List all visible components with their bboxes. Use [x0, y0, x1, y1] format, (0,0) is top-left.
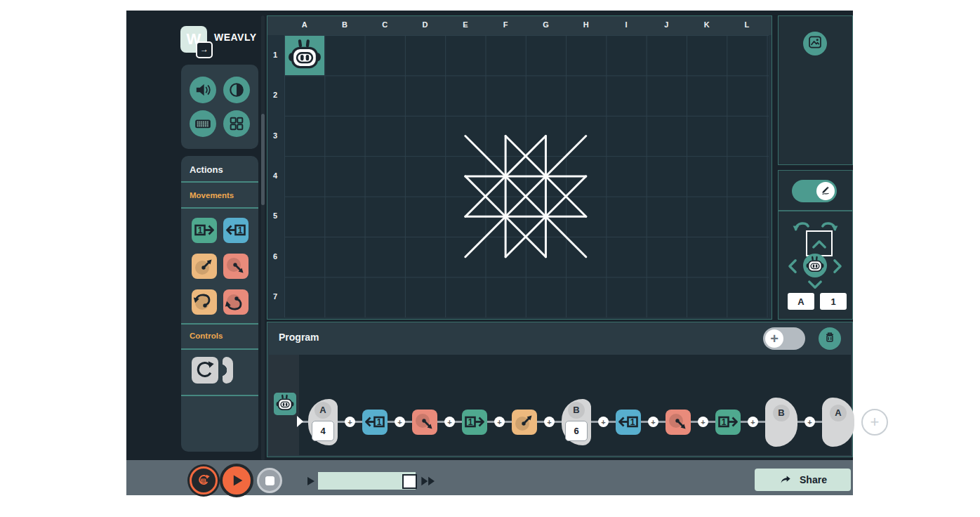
program-loop-end-B[interactable]: B: [765, 398, 797, 447]
chevron-down-icon[interactable]: [805, 279, 825, 292]
theme-contrast-button[interactable]: [223, 77, 250, 103]
scene-image-button[interactable]: [803, 32, 827, 55]
move-up-button-selected[interactable]: [806, 230, 833, 256]
speaker-icon: [192, 79, 213, 100]
add-node-connector[interactable]: +: [698, 417, 708, 427]
pen-toggle[interactable]: [792, 180, 837, 202]
scene-canvas: ABCDEFGHIJKL 1234567: [267, 15, 772, 320]
fast-forward-icon: [420, 476, 438, 487]
divider: [181, 395, 258, 396]
program-step-backward1[interactable]: 1: [616, 410, 641, 435]
scrollbar-thumb[interactable]: [261, 114, 265, 205]
divider: [181, 207, 258, 209]
row-label-7: 7: [269, 292, 282, 301]
speed-slider[interactable]: [318, 472, 416, 490]
add-node-connector[interactable]: +: [598, 417, 609, 427]
scene-grid: [284, 35, 769, 318]
column-label-I: I: [619, 20, 633, 29]
actions-heading: Actions: [190, 164, 223, 175]
robot-icon: [806, 256, 824, 275]
contrast-icon: [226, 79, 247, 100]
stop-button[interactable]: [257, 468, 282, 493]
plus-icon: +: [765, 329, 783, 348]
palette-block-turn-right-90[interactable]: [223, 289, 249, 315]
page: W → WEAVLY Actions Movements 11 Controls…: [0, 0, 980, 517]
turn-left-90-icon: [192, 305, 217, 317]
turn-left-45-icon: [192, 269, 217, 281]
chevron-right-icon[interactable]: [831, 257, 844, 275]
palette-block-turn-left-90[interactable]: [192, 289, 217, 315]
program-panel: Program + A4+1++1++B6+1++1+B+A+: [267, 322, 853, 457]
add-node-connector[interactable]: +: [494, 417, 505, 427]
program-step-turnRight45[interactable]: [412, 410, 437, 435]
share-label: Share: [800, 474, 827, 485]
divider: [181, 348, 258, 350]
column-coordinate-input[interactable]: A: [788, 293, 814, 310]
backward-1-icon: 1: [223, 233, 249, 245]
column-label-G: G: [538, 20, 552, 29]
add-node-connector[interactable]: +: [444, 417, 455, 427]
palette-block-loop-block[interactable]: [192, 357, 218, 384]
chevron-left-icon[interactable]: [786, 257, 799, 275]
play-button[interactable]: [220, 464, 253, 497]
turn-right-45-icon: [223, 269, 249, 281]
add-node-connector[interactable]: +: [804, 417, 815, 427]
loop-iterations-input[interactable]: 6: [565, 421, 588, 441]
svg-text:1: 1: [377, 417, 382, 426]
program-loop-start-A[interactable]: A4: [308, 399, 338, 445]
delete-all-button[interactable]: [819, 327, 841, 350]
add-node-connector[interactable]: +: [345, 417, 355, 427]
image-icon: [806, 33, 824, 54]
pen-icon: [819, 183, 833, 199]
blocks-icon: [226, 113, 247, 134]
block-layout-button[interactable]: [223, 110, 250, 137]
add-step-to-end-button[interactable]: +: [861, 409, 888, 436]
row-label-5: 5: [269, 211, 282, 220]
program-loop-start-B[interactable]: B6: [562, 399, 591, 445]
loop-iterations-input[interactable]: 4: [312, 421, 334, 441]
program-loop-end-A[interactable]: A: [822, 398, 854, 447]
speed-slider-handle[interactable]: [402, 474, 417, 489]
program-step-forward1[interactable]: 1: [715, 410, 741, 435]
program-track: A4+1++1++B6+1++1+B+A+: [269, 355, 851, 455]
svg-text:1: 1: [238, 225, 243, 235]
column-label-D: D: [418, 20, 432, 29]
slow-triangle-icon: [305, 476, 317, 486]
program-step-turnLeft45[interactable]: [512, 410, 537, 435]
sidebar-scrollbar[interactable]: [261, 15, 265, 460]
row-label-3: 3: [269, 131, 282, 140]
add-node-connector[interactable]: +: [748, 417, 758, 427]
palette-block-turn-right-45[interactable]: [223, 254, 249, 279]
actions-panel: Actions Movements 11 Controls: [181, 156, 258, 452]
add-node-toggle[interactable]: +: [763, 327, 805, 350]
add-node-connector[interactable]: +: [544, 417, 555, 427]
column-label-H: H: [579, 20, 593, 29]
character-position-center: [803, 254, 827, 277]
brand-name: WEAVLY: [214, 32, 257, 43]
refresh-scene-button[interactable]: [190, 466, 218, 495]
column-label-B: B: [338, 20, 352, 29]
palette-block-turn-left-45[interactable]: [192, 254, 217, 279]
add-node-connector[interactable]: +: [395, 417, 405, 427]
program-step-turnRight45[interactable]: [666, 410, 691, 435]
loop-label: B: [773, 405, 790, 421]
palette-block-forward-1-square[interactable]: 1: [192, 218, 217, 243]
palette-block-loop-end-piece[interactable]: [223, 357, 233, 384]
share-button[interactable]: Share: [755, 469, 851, 491]
row-coordinate-input[interactable]: 1: [820, 293, 847, 310]
character-position-panel: A 1: [778, 211, 853, 320]
character-cell-A1[interactable]: [285, 36, 324, 75]
keyboard-shortcuts-button[interactable]: [190, 110, 216, 137]
program-character-badge: [274, 393, 296, 415]
row-label-4: 4: [269, 171, 282, 180]
add-node-connector[interactable]: +: [648, 417, 658, 427]
loop-label: A: [314, 402, 331, 419]
scene-background-panel: [778, 15, 853, 165]
program-step-backward1[interactable]: 1: [362, 410, 388, 435]
arrow-right-icon: →: [196, 41, 213, 58]
palette-block-backward-1-square[interactable]: 1: [223, 218, 249, 243]
robot-icon: [288, 39, 322, 72]
audio-feedback-button[interactable]: [190, 77, 216, 103]
column-label-A: A: [298, 20, 312, 29]
program-step-forward1[interactable]: 1: [462, 410, 487, 435]
